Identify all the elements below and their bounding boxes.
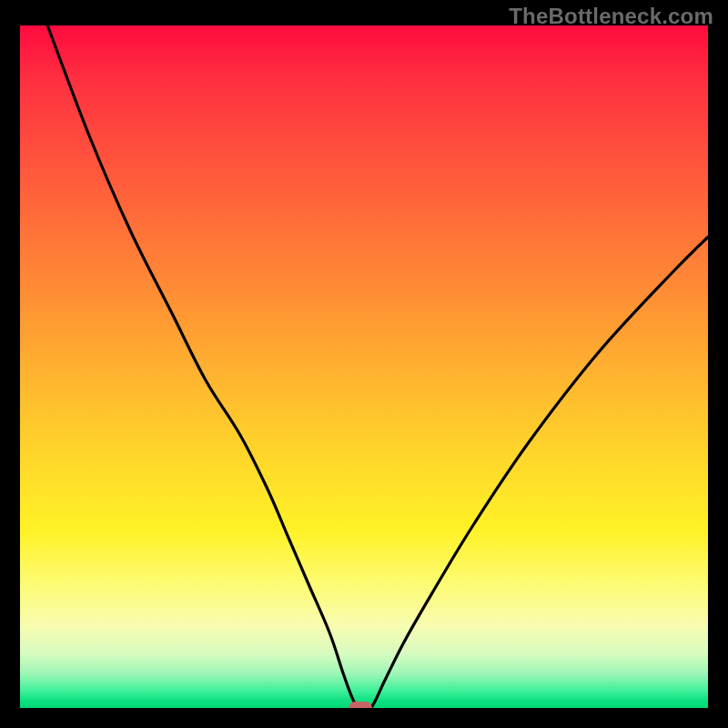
plot-area [20, 25, 708, 708]
chart-frame: TheBottleneck.com [0, 0, 728, 728]
optimal-point-marker [349, 702, 372, 708]
watermark-text: TheBottleneck.com [509, 4, 713, 29]
bottleneck-curve [20, 25, 708, 708]
